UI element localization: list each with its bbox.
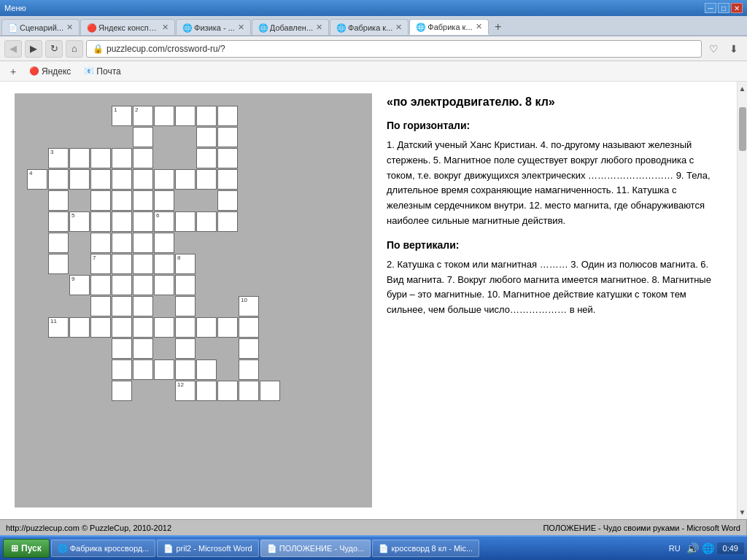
crossword-cell[interactable] xyxy=(112,233,132,253)
crossword-cell[interactable]: 8 xyxy=(175,254,196,274)
taskbar-item-1[interactable]: 🌐 Фабрика кроссворд... xyxy=(51,540,156,557)
crossword-cell[interactable] xyxy=(154,254,174,274)
crossword-cell[interactable] xyxy=(217,169,238,190)
crossword-cell[interactable] xyxy=(133,211,153,232)
crossword-cell[interactable] xyxy=(112,190,132,211)
minimize-button[interactable]: ─ xyxy=(705,3,716,13)
crossword-cell[interactable] xyxy=(217,148,238,168)
crossword-cell[interactable] xyxy=(196,127,217,147)
crossword-cell[interactable] xyxy=(48,254,69,274)
crossword-cell[interactable] xyxy=(175,275,196,295)
crossword-cell[interactable] xyxy=(112,296,132,316)
tab-close-2[interactable]: ✕ xyxy=(162,23,169,32)
tab-close-6[interactable]: ✕ xyxy=(476,22,482,31)
forward-button[interactable]: ▶ xyxy=(25,40,42,58)
crossword-cell[interactable] xyxy=(133,190,153,211)
download-icon[interactable]: ⬇ xyxy=(725,40,743,58)
crossword-cell[interactable] xyxy=(133,169,153,190)
crossword-cell[interactable]: 4 xyxy=(27,169,47,190)
crossword-cell[interactable] xyxy=(175,338,196,359)
crossword-cell[interactable] xyxy=(175,296,196,316)
crossword-cell[interactable] xyxy=(154,359,174,380)
crossword-cell[interactable]: 5 xyxy=(69,211,90,232)
crossword-cell[interactable] xyxy=(239,338,259,359)
crossword-cell[interactable] xyxy=(112,317,132,338)
crossword-cell[interactable] xyxy=(48,190,69,211)
crossword-cell[interactable] xyxy=(133,127,153,147)
tab-close-4[interactable]: ✕ xyxy=(316,23,322,32)
crossword-cell[interactable] xyxy=(196,359,217,380)
crossword-cell[interactable] xyxy=(112,359,132,380)
scrollbar[interactable]: ▲ ▼ xyxy=(737,82,747,519)
crossword-cell[interactable] xyxy=(69,317,90,338)
bookmark-add-button[interactable]: + xyxy=(6,64,20,79)
crossword-cell[interactable] xyxy=(196,169,217,190)
tab-close-5[interactable]: ✕ xyxy=(395,23,402,32)
taskbar-item-3[interactable]: 📄 ПОЛОЖЕНИЕ - Чудо... xyxy=(260,540,371,557)
crossword-cell[interactable] xyxy=(260,381,280,401)
crossword-cell[interactable] xyxy=(175,317,196,338)
crossword-cell[interactable] xyxy=(112,338,132,359)
crossword-cell[interactable] xyxy=(112,254,132,274)
crossword-cell[interactable] xyxy=(239,317,259,338)
crossword-cell[interactable] xyxy=(112,275,132,295)
crossword-cell[interactable] xyxy=(133,359,153,380)
tab-6[interactable]: 🌐 Фабрика к... ✕ xyxy=(409,19,488,35)
tab-4[interactable]: 🌐 Добавлен... ✕ xyxy=(252,19,329,35)
crossword-cell[interactable] xyxy=(90,296,111,316)
crossword-cell[interactable]: 7 xyxy=(90,254,111,274)
crossword-cell[interactable] xyxy=(154,190,174,211)
crossword-cell[interactable] xyxy=(133,254,153,274)
crossword-cell[interactable] xyxy=(133,148,153,168)
crossword-cell[interactable] xyxy=(90,190,111,211)
tab-3[interactable]: 🌐 Физика - ... ✕ xyxy=(176,19,251,35)
crossword-cell[interactable] xyxy=(90,169,111,190)
crossword-cell[interactable] xyxy=(133,338,153,359)
crossword-cell[interactable] xyxy=(69,169,90,190)
taskbar-item-2[interactable]: 📄 pril2 - Microsoft Word xyxy=(157,540,258,557)
tab-close-3[interactable]: ✕ xyxy=(238,23,244,32)
crossword-cell[interactable] xyxy=(196,106,217,126)
crossword-cell[interactable] xyxy=(217,211,238,232)
bookmark-yandex[interactable]: 🔴 Яндекс xyxy=(25,65,75,78)
crossword-cell[interactable] xyxy=(90,148,111,168)
crossword-cell[interactable] xyxy=(217,106,238,126)
close-button[interactable]: ✕ xyxy=(731,3,743,13)
tab-close-1[interactable]: ✕ xyxy=(66,23,73,32)
home-button[interactable]: ⌂ xyxy=(66,40,83,58)
url-bar[interactable]: 🔒 puzzlecup.com/crossword-ru/? xyxy=(86,40,702,58)
crossword-cell[interactable] xyxy=(48,211,69,232)
crossword-cell[interactable]: 12 xyxy=(175,381,196,401)
crossword-cell[interactable] xyxy=(175,211,196,232)
crossword-cell[interactable]: 1 xyxy=(112,106,132,126)
tab-2[interactable]: 🔴 Яндекс конспект... ✕ xyxy=(80,19,175,35)
crossword-cell[interactable]: 3 xyxy=(48,148,69,168)
crossword-cell[interactable] xyxy=(112,211,132,232)
crossword-cell[interactable] xyxy=(133,296,153,316)
bookmark-mail[interactable]: 📧 Почта xyxy=(80,65,125,78)
crossword-cell[interactable] xyxy=(112,381,132,401)
crossword-cell[interactable] xyxy=(217,190,238,211)
crossword-cell[interactable] xyxy=(133,233,153,253)
crossword-cell[interactable] xyxy=(196,381,217,401)
crossword-cell[interactable] xyxy=(133,317,153,338)
crossword-cell[interactable] xyxy=(239,359,259,380)
crossword-cell[interactable] xyxy=(112,148,132,168)
crossword-cell[interactable]: 6 xyxy=(154,211,174,232)
crossword-cell[interactable] xyxy=(112,169,132,190)
refresh-button[interactable]: ↻ xyxy=(45,40,63,58)
crossword-cell[interactable] xyxy=(133,275,153,295)
crossword-cell[interactable] xyxy=(175,169,196,190)
scroll-thumb[interactable] xyxy=(739,107,746,151)
crossword-cell[interactable] xyxy=(154,317,174,338)
tab-1[interactable]: 📄 Сценарий... ✕ xyxy=(1,19,80,35)
crossword-cell[interactable] xyxy=(175,106,196,126)
crossword-cell[interactable] xyxy=(154,106,174,126)
new-tab-button[interactable]: + xyxy=(489,19,507,35)
crossword-cell[interactable] xyxy=(90,317,111,338)
crossword-cell[interactable] xyxy=(217,127,238,147)
crossword-cell[interactable]: 10 xyxy=(239,296,259,316)
crossword-cell[interactable]: 11 xyxy=(48,317,69,338)
crossword-cell[interactable] xyxy=(175,359,196,380)
crossword-cell[interactable] xyxy=(48,169,69,190)
